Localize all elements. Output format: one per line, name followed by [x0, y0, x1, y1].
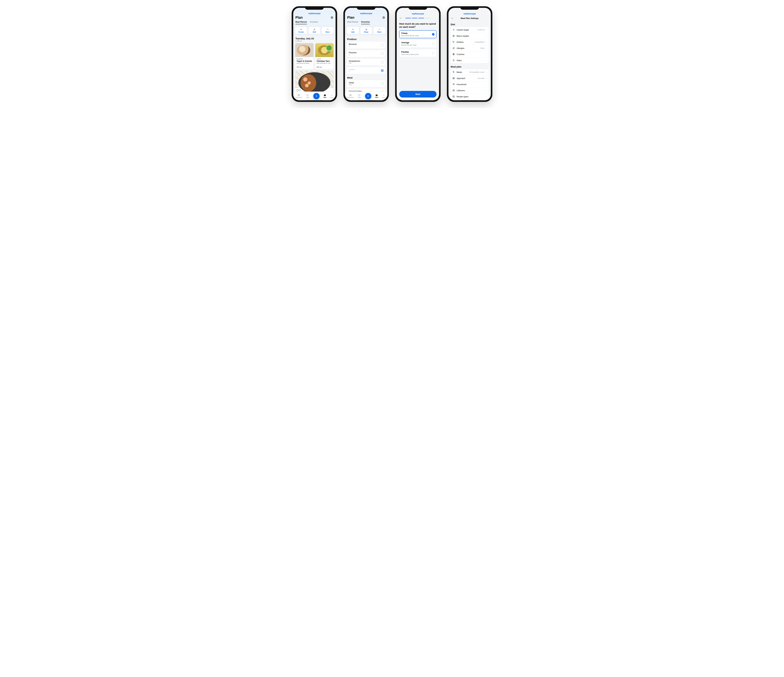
- settings-row-dislikes[interactable]: Dislikes3 ingredients›: [451, 39, 489, 45]
- shop-button[interactable]: Shop: [360, 27, 372, 34]
- settings-row-sides[interactable]: Sides›: [451, 57, 489, 63]
- home-indicator[interactable]: [461, 100, 478, 101]
- meal-card-lunch[interactable]: Lunch Chickpea Taco with avocado & corn …: [315, 43, 334, 69]
- option-subtitle: Around $5 per meal: [401, 44, 417, 46]
- grocery-item[interactable]: Strawberries2 lb: [347, 58, 386, 66]
- gear-icon[interactable]: [331, 16, 333, 19]
- settings-row-allergies[interactable]: AllergiesDairy›: [451, 45, 489, 51]
- checkbox[interactable]: [381, 52, 384, 55]
- tab-groceries[interactable]: Groceries: [310, 21, 318, 24]
- tab-meal-planner[interactable]: Meal Planner: [347, 21, 358, 24]
- checkbox[interactable]: [381, 82, 384, 85]
- plus-icon: [300, 28, 302, 31]
- home-indicator[interactable]: [358, 100, 375, 101]
- grocery-qty: 2: [349, 54, 357, 56]
- settings-label: Household: [457, 83, 483, 85]
- checkbox[interactable]: [381, 44, 384, 47]
- price-option[interactable]: AverageAround $5 per meal: [399, 40, 437, 48]
- home-indicator[interactable]: [409, 100, 426, 101]
- svg-point-30: [453, 60, 454, 61]
- nav-more[interactable]: More: [330, 94, 334, 98]
- grocery-item[interactable]: Bananas2: [347, 41, 386, 49]
- create-button[interactable]: Create: [295, 27, 307, 34]
- pencil-icon: [313, 28, 316, 31]
- meal-image: [295, 71, 333, 88]
- svg-point-3: [328, 29, 328, 30]
- settings-list: Calorie target2,100 cal›Macro targets›Di…: [450, 26, 489, 64]
- home-indicator[interactable]: [306, 100, 323, 101]
- gear-icon[interactable]: [382, 16, 385, 19]
- more-button[interactable]: More: [373, 27, 386, 34]
- notch: [460, 6, 479, 10]
- fab-add[interactable]: +: [313, 93, 320, 99]
- grocery-name: Bananas: [349, 43, 357, 45]
- cart-icon: [365, 28, 367, 31]
- nav-diary[interactable]: Diary: [306, 94, 310, 98]
- price-option[interactable]: CheapAround $2.50 per meal: [399, 30, 437, 38]
- fab-add[interactable]: +: [365, 93, 371, 99]
- edit-button[interactable]: Edit: [308, 27, 320, 34]
- svg-point-13: [366, 30, 366, 30]
- settings-row-meals[interactable]: MealsNo breakfast, lunch›: [451, 69, 489, 75]
- settings-label: Dislikes: [457, 41, 473, 43]
- brand-logo: myfitnesspal: [296, 12, 333, 15]
- meal-desc: with almond butter: [297, 62, 312, 64]
- settings-row-household[interactable]: Household›: [451, 81, 489, 87]
- meal-card-breakfast[interactable]: Breakfast Yogurt & Granola with almond b…: [295, 43, 314, 69]
- flame-icon: [453, 28, 455, 31]
- settings-row-leftovers[interactable]: Leftovers›: [451, 87, 489, 93]
- calendar-icon: [375, 94, 378, 96]
- meal-image: [315, 43, 333, 57]
- svg-point-1: [327, 29, 327, 30]
- settings-row-macro-targets[interactable]: Macro targets›: [451, 33, 489, 39]
- tab-meal-planner[interactable]: Meal Planner: [296, 21, 307, 24]
- nav-dashboard[interactable]: Dashboard: [347, 94, 354, 98]
- nav-more[interactable]: More: [382, 94, 386, 98]
- checkbox[interactable]: [381, 69, 384, 72]
- action-row: Create Edit More: [293, 25, 336, 36]
- meal-card-dinner[interactable]: Dinner Shrimp Fried Rice: [295, 71, 334, 95]
- settings-row-cuisines[interactable]: Cuisines›: [451, 51, 489, 57]
- more-button[interactable]: More: [322, 27, 334, 34]
- svg-rect-4: [298, 94, 299, 95]
- meal-calories: 378 cal: [295, 65, 313, 69]
- nav-dashboard[interactable]: Dashboard: [295, 94, 302, 98]
- action-row: Add Shop More: [345, 25, 387, 36]
- brand-logo: myfitnesspal: [448, 12, 491, 15]
- nav-diary[interactable]: Diary: [358, 94, 361, 98]
- back-button[interactable]: ←: [451, 17, 454, 20]
- calendar-icon: [324, 94, 326, 96]
- svg-point-27: [453, 36, 454, 36]
- grocery-item[interactable]: Peaches2: [347, 50, 386, 57]
- settings-label: Macro targets: [457, 35, 483, 37]
- svg-point-25: [384, 95, 384, 95]
- add-button[interactable]: Add: [347, 27, 359, 34]
- settings-row-calorie-target[interactable]: Calorie target2,100 cal›: [451, 27, 489, 33]
- box-icon: [453, 89, 455, 92]
- settings-list: MealsNo breakfast, lunch›ApproachLow-car…: [450, 69, 489, 100]
- grocery-item[interactable]: Lemon¼: [347, 67, 386, 74]
- meal-tag: Lunch: [317, 58, 332, 60]
- chevron-right-icon: ›: [486, 71, 487, 73]
- phone-meal-planner: myfitnesspal Plan Meal Planner Groceries…: [292, 6, 337, 102]
- settings-row-approach[interactable]: ApproachLow-carb›: [451, 75, 489, 81]
- next-button[interactable]: Next: [399, 91, 437, 98]
- radio[interactable]: [432, 52, 434, 54]
- grid-icon: [349, 94, 352, 96]
- radio[interactable]: [432, 33, 434, 36]
- chevron-right-icon: ›: [486, 95, 487, 98]
- nav-plan[interactable]: Plan: [324, 94, 327, 98]
- back-button[interactable]: ←: [399, 17, 402, 20]
- meal-name: Chickpea Taco: [317, 60, 332, 62]
- grocery-section-title: Meat: [347, 76, 385, 79]
- svg-point-9: [331, 95, 331, 95]
- radio[interactable]: [432, 42, 434, 45]
- settings-row-recipe-types[interactable]: Recipe types›: [451, 93, 489, 99]
- nav-plan[interactable]: Plan: [375, 94, 378, 98]
- price-option[interactable]: FlexibleDon't worry about price: [399, 49, 437, 57]
- page-title: Plan: [296, 16, 303, 20]
- tab-groceries[interactable]: Groceries: [361, 21, 370, 24]
- grocery-item[interactable]: Steak2 oz: [347, 80, 386, 87]
- checkbox[interactable]: [381, 61, 384, 63]
- svg-rect-6: [298, 95, 299, 96]
